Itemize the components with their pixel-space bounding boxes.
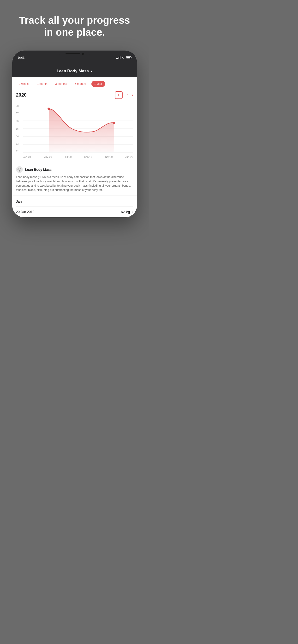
chart-section: 2020 T ‹ › 68 67 66 65 64 63 62 bbox=[12, 89, 137, 163]
x-label-jul20: Jul '20 bbox=[65, 156, 72, 158]
svg-point-7 bbox=[18, 168, 21, 171]
hero-title: Track all your progress in one place. bbox=[0, 0, 149, 48]
chart-prev-button[interactable]: ‹ bbox=[126, 92, 128, 98]
y-label-63: 63 bbox=[16, 143, 19, 145]
notch bbox=[59, 50, 90, 57]
svg-point-8 bbox=[18, 169, 19, 170]
data-list-month-label: Jan bbox=[16, 200, 133, 204]
status-icons: ∿ bbox=[116, 56, 131, 60]
chart-header: 2020 T ‹ › bbox=[16, 89, 133, 100]
filter-2weeks[interactable]: 2 weeks bbox=[16, 81, 32, 87]
data-list-item[interactable]: 20 Jan 2019 67 kg › bbox=[16, 206, 133, 217]
data-item-right: 67 kg › bbox=[121, 210, 133, 214]
chart-svg-area bbox=[23, 105, 133, 153]
filter-1year[interactable]: 1 year bbox=[91, 81, 105, 87]
y-label-68: 68 bbox=[16, 105, 19, 107]
wifi-icon: ∿ bbox=[122, 56, 124, 60]
notch-dot bbox=[82, 53, 84, 55]
nav-title: Lean Body Mass bbox=[57, 69, 89, 74]
app-content: 2 weeks 1 month 3 months 6 months 1 year… bbox=[12, 78, 137, 217]
chart-y-axis: 68 67 66 65 64 63 62 bbox=[16, 105, 19, 153]
data-item-date: 20 Jan 2019 bbox=[16, 210, 35, 214]
filter-1month[interactable]: 1 month bbox=[34, 81, 50, 87]
time-filter-bar: 2 weeks 1 month 3 months 6 months 1 year bbox=[12, 78, 137, 89]
chart-graph: 68 67 66 65 64 63 62 bbox=[16, 105, 133, 153]
x-label-may20: May '20 bbox=[44, 156, 52, 158]
notch-bar bbox=[66, 53, 80, 54]
phone-mockup: 9:41 ∿ Lean Body Mass ▾ 2 weeks 1 bbox=[12, 50, 137, 217]
data-item-chevron-icon: › bbox=[132, 210, 133, 214]
chart-next-button[interactable]: › bbox=[132, 92, 133, 98]
data-item-value: 67 kg bbox=[121, 210, 130, 214]
x-label-sep20: Sep '20 bbox=[84, 156, 93, 158]
info-description: Lean body mass (LBM) is a measure of bod… bbox=[16, 175, 133, 192]
chart-x-axis: Jan '20 May '20 Jul '20 Sep '20 Nov'20 J… bbox=[16, 155, 133, 158]
chart-year-label: 2020 bbox=[16, 92, 27, 98]
filter-3months[interactable]: 3 months bbox=[52, 81, 70, 87]
filter-6months[interactable]: 6 months bbox=[72, 81, 89, 87]
info-title-text: Lean Body Mass bbox=[25, 168, 52, 172]
chart-dot-end bbox=[112, 122, 115, 124]
nav-bar: Lean Body Mass ▾ bbox=[12, 65, 137, 78]
x-label-jan20-start: Jan '20 bbox=[23, 156, 31, 158]
info-section: Lean Body Mass Lean body mass (LBM) is a… bbox=[12, 163, 137, 196]
x-label-nov20: Nov'20 bbox=[105, 156, 112, 158]
y-label-67: 67 bbox=[16, 112, 19, 115]
status-time: 9:41 bbox=[18, 56, 25, 60]
data-list-section: Jan 20 Jan 2019 67 kg › bbox=[12, 196, 137, 217]
y-label-64: 64 bbox=[16, 135, 19, 138]
y-label-66: 66 bbox=[16, 120, 19, 122]
lean-body-mass-icon bbox=[16, 166, 23, 173]
chart-divider bbox=[16, 102, 133, 102]
chart-table-button[interactable]: T bbox=[115, 91, 123, 99]
y-label-62: 62 bbox=[16, 150, 19, 153]
x-label-jan20-end: Jan '20 bbox=[125, 156, 133, 158]
chart-svg bbox=[23, 105, 133, 153]
battery-icon bbox=[126, 56, 131, 59]
svg-point-9 bbox=[20, 169, 20, 170]
status-bar: 9:41 ∿ bbox=[12, 50, 137, 65]
nav-chevron-icon[interactable]: ▾ bbox=[91, 69, 92, 73]
y-label-65: 65 bbox=[16, 128, 19, 130]
chart-dot-start bbox=[48, 108, 50, 110]
chart-controls: T ‹ › bbox=[115, 91, 133, 99]
info-header: Lean Body Mass bbox=[16, 166, 133, 173]
signal-icon bbox=[116, 56, 120, 59]
